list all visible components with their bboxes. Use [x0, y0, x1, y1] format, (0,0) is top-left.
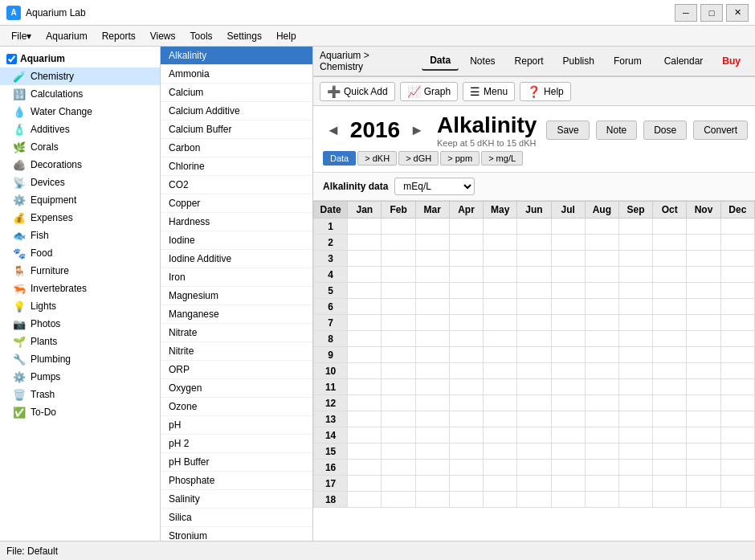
data-cell[interactable]	[348, 347, 382, 363]
data-cell[interactable]	[720, 492, 754, 508]
data-cell[interactable]	[585, 363, 618, 379]
data-cell[interactable]	[348, 395, 382, 411]
data-cell[interactable]	[687, 460, 720, 476]
data-cell[interactable]	[618, 411, 652, 427]
sidebar-item-expenses[interactable]: 💰 Expenses	[0, 209, 160, 227]
data-cell[interactable]	[449, 427, 483, 444]
data-cell[interactable]	[348, 379, 382, 395]
chem-item-ph-buffer[interactable]: pH Buffer	[161, 453, 312, 472]
data-cell[interactable]	[382, 411, 415, 427]
sidebar-item-devices[interactable]: 📡 Devices	[0, 174, 160, 191]
data-cell[interactable]	[687, 331, 720, 347]
data-cell[interactable]	[687, 267, 720, 283]
sidebar-item-todo[interactable]: ✅ To-Do	[0, 403, 160, 421]
tab-buy[interactable]: Buy	[714, 52, 749, 70]
aquarium-checkbox[interactable]	[6, 54, 17, 64]
data-cell[interactable]	[551, 379, 585, 395]
data-cell[interactable]	[517, 444, 551, 460]
data-cell[interactable]	[687, 347, 720, 363]
data-cell[interactable]	[720, 427, 754, 444]
data-cell[interactable]	[720, 331, 754, 347]
maximize-button[interactable]: □	[700, 4, 723, 22]
data-cell[interactable]	[551, 363, 585, 379]
data-cell[interactable]	[551, 219, 585, 235]
data-cell[interactable]	[382, 460, 415, 476]
data-cell[interactable]	[618, 427, 652, 444]
menu-reports[interactable]: Reports	[96, 29, 142, 43]
chem-item-calcium[interactable]: Calcium	[161, 84, 312, 102]
data-cell[interactable]	[348, 427, 382, 444]
data-cell[interactable]	[687, 283, 720, 299]
data-cell[interactable]	[720, 460, 754, 476]
sidebar-item-food[interactable]: 🐾 Food	[0, 244, 160, 262]
data-cell[interactable]	[382, 283, 415, 299]
chem-item-iodine[interactable]: Iodine	[161, 231, 312, 250]
data-cell[interactable]	[382, 379, 415, 395]
data-cell[interactable]	[484, 347, 517, 363]
sidebar-item-decorations[interactable]: 🪨 Decorations	[0, 156, 160, 174]
data-cell[interactable]	[348, 476, 382, 492]
data-cell[interactable]	[618, 267, 652, 283]
menu-settings[interactable]: Settings	[221, 29, 268, 43]
data-cell[interactable]	[415, 427, 449, 444]
chem-item-copper[interactable]: Copper	[161, 194, 312, 213]
data-cell[interactable]	[687, 411, 720, 427]
data-cell[interactable]	[551, 492, 585, 508]
data-cell[interactable]	[618, 476, 652, 492]
data-cell[interactable]	[517, 331, 551, 347]
data-cell[interactable]	[687, 363, 720, 379]
data-cell[interactable]	[653, 219, 687, 235]
chem-item-stronium[interactable]: Stronium	[161, 527, 312, 541]
data-cell[interactable]	[517, 347, 551, 363]
chem-item-hardness[interactable]: Hardness	[161, 213, 312, 231]
data-cell[interactable]	[653, 444, 687, 460]
data-cell[interactable]	[687, 444, 720, 460]
data-cell[interactable]	[517, 299, 551, 315]
data-cell[interactable]	[551, 315, 585, 331]
data-cell[interactable]	[449, 379, 483, 395]
data-cell[interactable]	[449, 219, 483, 235]
data-cell[interactable]	[449, 235, 483, 251]
data-cell[interactable]	[415, 219, 449, 235]
chem-item-ph2[interactable]: pH 2	[161, 435, 312, 453]
unit-tab-mgl[interactable]: > mg/L	[481, 151, 523, 166]
data-cell[interactable]	[517, 315, 551, 331]
data-cell[interactable]	[382, 347, 415, 363]
unit-tab-data[interactable]: Data	[323, 151, 356, 166]
data-cell[interactable]	[517, 235, 551, 251]
data-cell[interactable]	[382, 299, 415, 315]
data-cell[interactable]	[551, 251, 585, 267]
data-cell[interactable]	[720, 395, 754, 411]
chem-item-iodine-additive[interactable]: Iodine Additive	[161, 250, 312, 268]
data-cell[interactable]	[653, 492, 687, 508]
data-cell[interactable]	[585, 331, 618, 347]
chem-item-calcium-buffer[interactable]: Calcium Buffer	[161, 121, 312, 139]
data-cell[interactable]	[585, 395, 618, 411]
data-cell[interactable]	[382, 395, 415, 411]
data-cell[interactable]	[517, 460, 551, 476]
data-cell[interactable]	[348, 411, 382, 427]
data-cell[interactable]	[585, 379, 618, 395]
data-cell[interactable]	[618, 331, 652, 347]
data-cell[interactable]	[653, 411, 687, 427]
data-cell[interactable]	[415, 315, 449, 331]
tab-data[interactable]: Data	[422, 51, 459, 71]
data-cell[interactable]	[517, 219, 551, 235]
data-cell[interactable]	[585, 251, 618, 267]
data-cell[interactable]	[415, 283, 449, 299]
data-cell[interactable]	[449, 299, 483, 315]
sidebar-item-photos[interactable]: 📷 Photos	[0, 315, 160, 333]
data-cell[interactable]	[551, 411, 585, 427]
data-cell[interactable]	[720, 379, 754, 395]
data-cell[interactable]	[517, 476, 551, 492]
data-cell[interactable]	[720, 411, 754, 427]
sidebar-item-waterchange[interactable]: 💧 Water Change	[0, 103, 160, 121]
data-cell[interactable]	[517, 492, 551, 508]
chem-item-calcium-additive[interactable]: Calcium Additive	[161, 102, 312, 121]
data-cell[interactable]	[585, 460, 618, 476]
sidebar-item-chemistry[interactable]: 🧪 Chemistry	[0, 67, 160, 85]
data-cell[interactable]	[618, 315, 652, 331]
data-cell[interactable]	[348, 460, 382, 476]
data-cell[interactable]	[449, 492, 483, 508]
data-cell[interactable]	[687, 219, 720, 235]
